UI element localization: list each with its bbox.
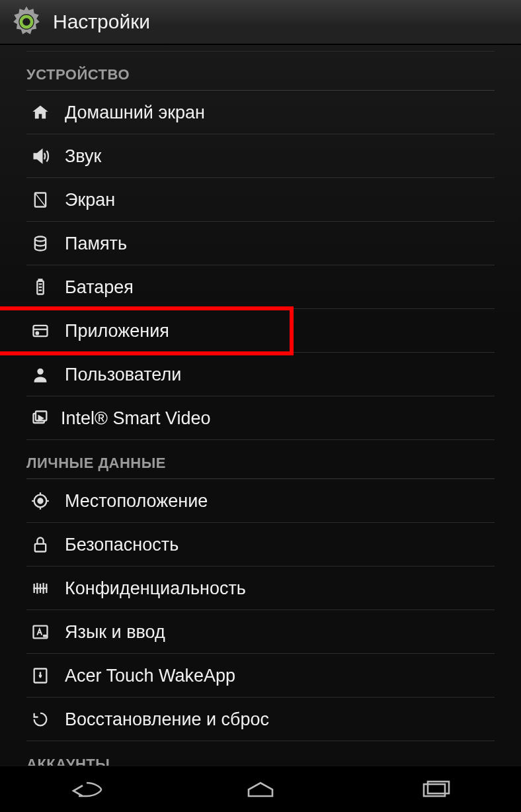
item-label: Язык и ввод (65, 622, 165, 643)
item-battery[interactable]: Батарея (0, 265, 521, 309)
lock-icon (29, 533, 52, 556)
battery-icon (29, 276, 52, 298)
item-label: Приложения (65, 321, 169, 341)
item-apps[interactable]: Приложения (0, 309, 521, 353)
svg-point-29 (45, 635, 46, 637)
section-header-personal: ЛИЧНЫЕ ДАННЫЕ (0, 440, 521, 476)
action-bar: Настройки (0, 0, 521, 45)
item-label: Память (65, 234, 127, 254)
item-label: Безопасность (65, 535, 179, 555)
home-icon (29, 101, 52, 124)
partial-item-above (26, 45, 495, 52)
svg-rect-9 (34, 326, 48, 336)
svg-point-3 (35, 237, 46, 242)
svg-point-15 (38, 499, 43, 504)
sound-icon (29, 145, 52, 167)
display-icon (29, 189, 52, 211)
users-icon (29, 363, 52, 386)
item-label: Пользователи (65, 365, 181, 385)
item-wakeapp[interactable]: Acer Touch WakeApp (0, 654, 521, 698)
item-label: Восстановление и сброс (65, 709, 269, 730)
item-display[interactable]: Экран (0, 178, 521, 222)
item-label: Acer Touch WakeApp (65, 666, 235, 686)
navigation-bar (0, 766, 521, 812)
apps-icon (29, 320, 52, 342)
location-icon (29, 490, 52, 512)
item-security[interactable]: Безопасность (0, 523, 521, 566)
svg-rect-20 (35, 544, 46, 552)
reset-icon (29, 708, 52, 731)
item-label: Звук (65, 146, 101, 167)
item-language[interactable]: Язык и ввод (0, 610, 521, 654)
language-icon (29, 621, 52, 643)
item-label: Конфиденциальность (65, 578, 246, 599)
item-privacy[interactable]: Конфиденциальность (0, 566, 521, 610)
privacy-icon (29, 577, 52, 600)
item-intel-video[interactable]: Intel® Smart Video (0, 396, 521, 440)
item-home-screen[interactable]: Домашний экран (0, 91, 521, 134)
item-label: Intel® Smart Video (61, 408, 211, 429)
item-storage[interactable]: Память (0, 222, 521, 265)
section-header-device: УСТРОЙСТВО (0, 52, 521, 87)
item-location[interactable]: Местоположение (0, 479, 521, 523)
item-label: Батарея (65, 277, 134, 298)
nav-back-button[interactable] (47, 774, 126, 805)
page-title: Настройки (53, 11, 513, 33)
section-header-accounts: АККАУНТЫ (0, 741, 521, 766)
item-label: Местоположение (65, 491, 208, 512)
item-sound[interactable]: Звук (0, 134, 521, 178)
settings-gear-icon (8, 3, 45, 40)
item-label: Экран (65, 190, 115, 210)
item-label: Домашний экран (65, 103, 205, 123)
svg-point-10 (36, 332, 39, 335)
nav-recent-button[interactable] (395, 774, 474, 805)
svg-rect-5 (39, 279, 42, 281)
item-users[interactable]: Пользователи (0, 353, 521, 396)
svg-point-11 (37, 369, 43, 375)
nav-home-button[interactable] (221, 774, 300, 805)
item-reset[interactable]: Восстановление и сброс (0, 698, 521, 741)
touch-icon (29, 664, 52, 687)
video-icon (29, 407, 52, 429)
storage-icon (29, 232, 52, 255)
